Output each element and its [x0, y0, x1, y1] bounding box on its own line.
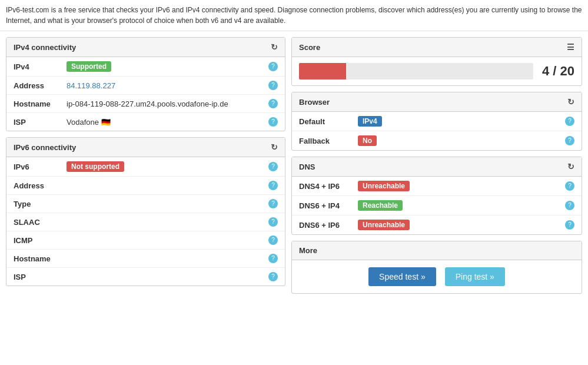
ipv6-label-ipv6: IPv6	[14, 162, 67, 171]
score-section: 4 / 20	[292, 57, 582, 85]
browser-value-default: IPv4	[358, 116, 562, 127]
dns6-ip6-badge: Unreachable	[358, 220, 410, 230]
dns-label-dns6-ip6: DNS6 + IP6	[299, 221, 358, 230]
ipv6-info-icon-6[interactable]: ?	[268, 272, 278, 281]
ipv4-panel: IPv4 connectivity ↻ IPv4 Supported ? Add…	[6, 37, 285, 131]
ipv4-info-icon-1[interactable]: ?	[268, 81, 278, 90]
score-bar-fill	[299, 63, 346, 79]
browser-value-fallback: No	[358, 135, 562, 146]
score-bar-wrapper	[299, 63, 533, 79]
ipv6-label-hostname: Hostname	[14, 254, 67, 263]
browser-panel-header: Browser ↻	[292, 92, 582, 112]
score-panel: Score ☰ 4 / 20	[291, 37, 582, 86]
browser-label-fallback: Fallback	[299, 137, 358, 145]
score-panel-title: Score	[299, 43, 320, 52]
dns-value-dns4-ip6: Unreachable	[358, 181, 562, 191]
ipv4-label-address: Address	[14, 81, 67, 90]
ipv6-row-hostname: Hostname ?	[6, 250, 285, 268]
more-panel-body: Speed test » Ping test »	[292, 260, 582, 293]
ipv6-label-type: Type	[14, 200, 67, 208]
browser-default-badge: IPv4	[358, 116, 382, 127]
speed-test-button[interactable]: Speed test »	[368, 267, 436, 286]
ipv4-value-ipv4: Supported	[67, 61, 265, 72]
browser-panel: Browser ↻ Default IPv4 ? Fallback No ?	[291, 92, 582, 151]
isp-flag: 🇩🇪	[101, 118, 111, 127]
browser-panel-title: Browser	[299, 98, 330, 107]
ipv6-label-address: Address	[14, 181, 67, 190]
ipv6-label-isp: ISP	[14, 273, 67, 281]
score-list-icon[interactable]: ☰	[567, 42, 574, 52]
more-panel: More Speed test » Ping test »	[291, 241, 582, 294]
ipv6-panel-title: IPv6 connectivity	[14, 143, 76, 152]
ipv6-panel: IPv6 connectivity ↻ IPv6 Not supported ?…	[6, 137, 285, 286]
dns-panel-header: DNS ↻	[292, 157, 582, 177]
ipv6-info-icon-5[interactable]: ?	[268, 254, 278, 263]
dns-info-icon-2[interactable]: ?	[565, 220, 574, 230]
ipv4-info-icon-0[interactable]: ?	[268, 62, 278, 71]
ipv4-row-hostname: Hostname ip-084-119-088-227.um24.pools.v…	[6, 95, 285, 113]
ipv4-label-ipv4: IPv4	[14, 62, 67, 71]
ipv6-row-icmp: ICMP ?	[6, 231, 285, 250]
ipv4-info-icon-3[interactable]: ?	[268, 117, 278, 127]
ipv4-info-icon-2[interactable]: ?	[268, 99, 278, 108]
ipv6-info-icon-1[interactable]: ?	[268, 181, 278, 190]
ipv4-value-hostname: ip-084-119-088-227.um24.pools.vodafone-i…	[67, 99, 265, 108]
ipv6-info-icon-0[interactable]: ?	[268, 162, 278, 171]
ipv4-panel-header: IPv4 connectivity ↻	[6, 38, 285, 57]
ipv4-panel-title: IPv4 connectivity	[14, 43, 76, 52]
ipv4-value-isp: Vodafone 🇩🇪	[67, 118, 265, 127]
score-panel-header: Score ☰	[292, 38, 582, 57]
browser-panel-body: Default IPv4 ? Fallback No ?	[292, 112, 582, 150]
browser-refresh-icon[interactable]: ↻	[567, 97, 574, 107]
dns-label-dns6-ip4: DNS6 + IP4	[299, 201, 358, 210]
ipv4-address-link[interactable]: 84.119.88.227	[67, 81, 115, 90]
ipv6-value-ipv6: Not supported	[67, 161, 265, 172]
dns-value-dns6-ip4: Reachable	[358, 200, 562, 211]
ipv6-row-address: Address ?	[6, 177, 285, 195]
ipv4-badge: Supported	[67, 61, 111, 72]
ipv6-info-icon-4[interactable]: ?	[268, 235, 278, 245]
dns-panel: DNS ↻ DNS4 + IP6 Unreachable ? DNS6 + IP…	[291, 157, 582, 235]
ipv4-row-ipv4: IPv4 Supported ?	[6, 57, 285, 77]
browser-info-icon-0[interactable]: ?	[565, 117, 574, 126]
score-value: 4 / 20	[542, 64, 574, 79]
browser-info-icon-1[interactable]: ?	[565, 136, 574, 145]
ipv6-label-icmp: ICMP	[14, 236, 67, 245]
ipv6-info-icon-2[interactable]: ?	[268, 199, 278, 208]
browser-row-fallback: Fallback No ?	[292, 131, 582, 150]
dns-panel-body: DNS4 + IP6 Unreachable ? DNS6 + IP4 Reac…	[292, 177, 582, 234]
ipv6-row-isp: ISP ?	[6, 268, 285, 286]
ipv6-badge: Not supported	[67, 161, 124, 172]
ipv4-panel-body: IPv4 Supported ? Address 84.119.88.227 ?	[6, 57, 285, 131]
ipv6-refresh-icon[interactable]: ↻	[271, 142, 278, 152]
dns-info-icon-0[interactable]: ?	[565, 181, 574, 191]
dns-refresh-icon[interactable]: ↻	[567, 162, 574, 171]
ipv4-row-address: Address 84.119.88.227 ?	[6, 77, 285, 95]
score-bar-container: 4 / 20	[299, 63, 574, 79]
browser-fallback-badge: No	[358, 135, 377, 146]
ipv6-label-slaac: SLAAC	[14, 218, 67, 227]
ipv6-row-ipv6: IPv6 Not supported ?	[6, 157, 285, 177]
more-panel-header: More	[292, 241, 582, 260]
dns-info-icon-1[interactable]: ?	[565, 201, 574, 210]
dns-row-dns6-ip6: DNS6 + IP6 Unreachable ?	[292, 215, 582, 234]
ipv6-panel-header: IPv6 connectivity ↻	[6, 138, 285, 157]
dns4-ip6-badge: Unreachable	[358, 181, 410, 191]
browser-row-default: Default IPv4 ?	[292, 112, 582, 131]
dns-label-dns4-ip6: DNS4 + IP6	[299, 182, 358, 191]
ipv4-label-isp: ISP	[14, 118, 67, 127]
ipv6-info-icon-3[interactable]: ?	[268, 217, 278, 227]
ipv6-row-slaac: SLAAC ?	[6, 213, 285, 231]
ipv4-label-hostname: Hostname	[14, 99, 67, 108]
more-panel-title: More	[299, 246, 317, 255]
ipv4-refresh-icon[interactable]: ↻	[271, 42, 278, 52]
ipv6-panel-body: IPv6 Not supported ? Address ? Type ?	[6, 157, 285, 286]
dns-value-dns6-ip6: Unreachable	[358, 220, 562, 230]
ipv4-row-isp: ISP Vodafone 🇩🇪 ?	[6, 113, 285, 131]
ipv6-row-type: Type ?	[6, 195, 285, 213]
header-description: IPv6-test.com is a free service that che…	[0, 0, 588, 31]
dns6-ip4-badge: Reachable	[358, 200, 403, 211]
dns-row-dns6-ip4: DNS6 + IP4 Reachable ?	[292, 196, 582, 215]
ping-test-button[interactable]: Ping test »	[445, 267, 505, 286]
browser-label-default: Default	[299, 117, 358, 126]
